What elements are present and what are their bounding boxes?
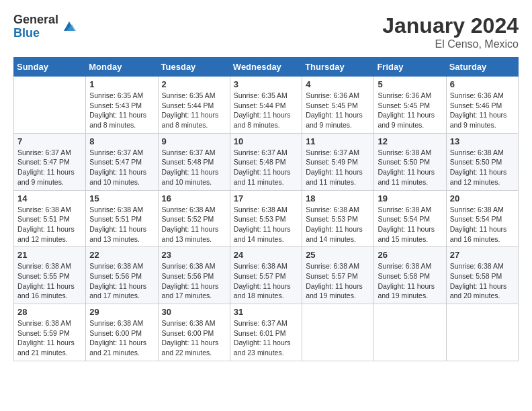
- table-row: 13Sunrise: 6:38 AM Sunset: 5:50 PM Dayli…: [446, 133, 518, 190]
- calendar-week-row: 21Sunrise: 6:38 AM Sunset: 5:55 PM Dayli…: [14, 247, 519, 304]
- day-number: 14: [17, 193, 82, 203]
- day-info: Sunrise: 6:38 AM Sunset: 5:58 PM Dayligh…: [378, 261, 442, 301]
- table-row: [302, 304, 374, 361]
- day-number: 27: [450, 250, 515, 260]
- day-info: Sunrise: 6:37 AM Sunset: 5:47 PM Dayligh…: [89, 148, 154, 187]
- day-number: 19: [378, 193, 442, 203]
- table-row: 31Sunrise: 6:37 AM Sunset: 6:01 PM Dayli…: [230, 304, 302, 361]
- day-info: Sunrise: 6:38 AM Sunset: 5:51 PM Dayligh…: [89, 205, 154, 244]
- day-info: Sunrise: 6:38 AM Sunset: 5:51 PM Dayligh…: [17, 205, 82, 244]
- day-number: 29: [89, 307, 154, 317]
- day-number: 13: [450, 136, 515, 146]
- header-monday: Monday: [86, 58, 158, 77]
- calendar-week-row: 14Sunrise: 6:38 AM Sunset: 5:51 PM Dayli…: [14, 190, 519, 247]
- day-number: 11: [306, 136, 370, 146]
- header-tuesday: Tuesday: [158, 58, 230, 77]
- logo-general-text: General: [13, 13, 58, 27]
- day-info: Sunrise: 6:38 AM Sunset: 5:52 PM Dayligh…: [162, 205, 226, 244]
- table-row: 17Sunrise: 6:38 AM Sunset: 5:53 PM Dayli…: [230, 190, 302, 247]
- table-row: 1Sunrise: 6:35 AM Sunset: 5:43 PM Daylig…: [86, 77, 158, 134]
- table-row: 18Sunrise: 6:38 AM Sunset: 5:53 PM Dayli…: [302, 190, 374, 247]
- page-header: General Blue January 2024 El Censo, Mexi…: [13, 13, 519, 50]
- day-number: 22: [89, 250, 154, 260]
- calendar-week-row: 28Sunrise: 6:38 AM Sunset: 5:59 PM Dayli…: [14, 304, 519, 361]
- table-row: 27Sunrise: 6:38 AM Sunset: 5:58 PM Dayli…: [446, 247, 518, 304]
- month-title: January 2024: [382, 13, 519, 38]
- logo: General Blue: [13, 13, 77, 40]
- table-row: [446, 304, 518, 361]
- table-row: 19Sunrise: 6:38 AM Sunset: 5:54 PM Dayli…: [374, 190, 446, 247]
- table-row: 15Sunrise: 6:38 AM Sunset: 5:51 PM Dayli…: [86, 190, 158, 247]
- day-number: 7: [17, 136, 82, 146]
- day-number: 23: [162, 250, 226, 260]
- calendar-week-row: 7Sunrise: 6:37 AM Sunset: 5:47 PM Daylig…: [14, 133, 519, 190]
- day-number: 5: [378, 79, 442, 89]
- day-number: 12: [378, 136, 442, 146]
- day-info: Sunrise: 6:35 AM Sunset: 5:44 PM Dayligh…: [234, 91, 298, 130]
- day-number: 31: [234, 307, 298, 317]
- title-block: January 2024 El Censo, Mexico: [382, 13, 519, 50]
- day-info: Sunrise: 6:37 AM Sunset: 5:47 PM Dayligh…: [17, 148, 82, 187]
- day-number: 26: [378, 250, 442, 260]
- table-row: 23Sunrise: 6:38 AM Sunset: 5:56 PM Dayli…: [158, 247, 230, 304]
- day-info: Sunrise: 6:38 AM Sunset: 5:50 PM Dayligh…: [378, 148, 442, 187]
- table-row: 21Sunrise: 6:38 AM Sunset: 5:55 PM Dayli…: [14, 247, 86, 304]
- location-title: El Censo, Mexico: [382, 38, 519, 50]
- day-info: Sunrise: 6:36 AM Sunset: 5:46 PM Dayligh…: [450, 91, 515, 130]
- header-sunday: Sunday: [14, 58, 86, 77]
- day-info: Sunrise: 6:38 AM Sunset: 5:57 PM Dayligh…: [234, 261, 298, 301]
- table-row: 12Sunrise: 6:38 AM Sunset: 5:50 PM Dayli…: [374, 133, 446, 190]
- day-number: 10: [234, 136, 298, 146]
- table-row: 30Sunrise: 6:38 AM Sunset: 6:00 PM Dayli…: [158, 304, 230, 361]
- table-row: 26Sunrise: 6:38 AM Sunset: 5:58 PM Dayli…: [374, 247, 446, 304]
- day-info: Sunrise: 6:38 AM Sunset: 5:54 PM Dayligh…: [450, 205, 515, 244]
- table-row: 8Sunrise: 6:37 AM Sunset: 5:47 PM Daylig…: [86, 133, 158, 190]
- day-info: Sunrise: 6:38 AM Sunset: 5:56 PM Dayligh…: [162, 261, 226, 301]
- day-number: 24: [234, 250, 298, 260]
- table-row: 22Sunrise: 6:38 AM Sunset: 5:56 PM Dayli…: [86, 247, 158, 304]
- day-info: Sunrise: 6:38 AM Sunset: 5:53 PM Dayligh…: [234, 205, 298, 244]
- calendar-week-row: 1Sunrise: 6:35 AM Sunset: 5:43 PM Daylig…: [14, 77, 519, 134]
- day-info: Sunrise: 6:38 AM Sunset: 6:00 PM Dayligh…: [162, 318, 226, 358]
- day-number: 18: [306, 193, 370, 203]
- logo-blue-text: Blue: [13, 27, 58, 40]
- day-number: 16: [162, 193, 226, 203]
- day-info: Sunrise: 6:37 AM Sunset: 5:48 PM Dayligh…: [162, 148, 226, 187]
- day-info: Sunrise: 6:38 AM Sunset: 5:54 PM Dayligh…: [378, 205, 442, 244]
- table-row: 5Sunrise: 6:36 AM Sunset: 5:45 PM Daylig…: [374, 77, 446, 134]
- day-number: 15: [89, 193, 154, 203]
- day-info: Sunrise: 6:35 AM Sunset: 5:44 PM Dayligh…: [162, 91, 226, 130]
- day-number: 6: [450, 79, 515, 89]
- day-info: Sunrise: 6:38 AM Sunset: 5:58 PM Dayligh…: [450, 261, 515, 301]
- day-info: Sunrise: 6:38 AM Sunset: 5:59 PM Dayligh…: [17, 318, 82, 358]
- header-wednesday: Wednesday: [230, 58, 302, 77]
- table-row: 2Sunrise: 6:35 AM Sunset: 5:44 PM Daylig…: [158, 77, 230, 134]
- logo-icon: [61, 19, 77, 35]
- table-row: 25Sunrise: 6:38 AM Sunset: 5:57 PM Dayli…: [302, 247, 374, 304]
- table-row: 11Sunrise: 6:37 AM Sunset: 5:49 PM Dayli…: [302, 133, 374, 190]
- calendar-table: Sunday Monday Tuesday Wednesday Thursday…: [13, 57, 519, 361]
- day-info: Sunrise: 6:38 AM Sunset: 5:57 PM Dayligh…: [306, 261, 370, 301]
- table-row: 28Sunrise: 6:38 AM Sunset: 5:59 PM Dayli…: [14, 304, 86, 361]
- day-number: 17: [234, 193, 298, 203]
- day-number: 25: [306, 250, 370, 260]
- day-info: Sunrise: 6:37 AM Sunset: 5:49 PM Dayligh…: [306, 148, 370, 187]
- table-row: 14Sunrise: 6:38 AM Sunset: 5:51 PM Dayli…: [14, 190, 86, 247]
- calendar-header-row: Sunday Monday Tuesday Wednesday Thursday…: [14, 58, 519, 77]
- day-number: 3: [234, 79, 298, 89]
- day-info: Sunrise: 6:38 AM Sunset: 5:56 PM Dayligh…: [89, 261, 154, 301]
- day-info: Sunrise: 6:38 AM Sunset: 5:50 PM Dayligh…: [450, 148, 515, 187]
- day-info: Sunrise: 6:38 AM Sunset: 6:00 PM Dayligh…: [89, 318, 154, 358]
- header-thursday: Thursday: [302, 58, 374, 77]
- table-row: 10Sunrise: 6:37 AM Sunset: 5:48 PM Dayli…: [230, 133, 302, 190]
- header-saturday: Saturday: [446, 58, 518, 77]
- table-row: 29Sunrise: 6:38 AM Sunset: 6:00 PM Dayli…: [86, 304, 158, 361]
- day-number: 2: [162, 79, 226, 89]
- table-row: 4Sunrise: 6:36 AM Sunset: 5:45 PM Daylig…: [302, 77, 374, 134]
- day-info: Sunrise: 6:38 AM Sunset: 5:55 PM Dayligh…: [17, 261, 82, 301]
- day-info: Sunrise: 6:36 AM Sunset: 5:45 PM Dayligh…: [306, 91, 370, 130]
- table-row: 24Sunrise: 6:38 AM Sunset: 5:57 PM Dayli…: [230, 247, 302, 304]
- table-row: 3Sunrise: 6:35 AM Sunset: 5:44 PM Daylig…: [230, 77, 302, 134]
- day-info: Sunrise: 6:35 AM Sunset: 5:43 PM Dayligh…: [89, 91, 154, 130]
- table-row: 7Sunrise: 6:37 AM Sunset: 5:47 PM Daylig…: [14, 133, 86, 190]
